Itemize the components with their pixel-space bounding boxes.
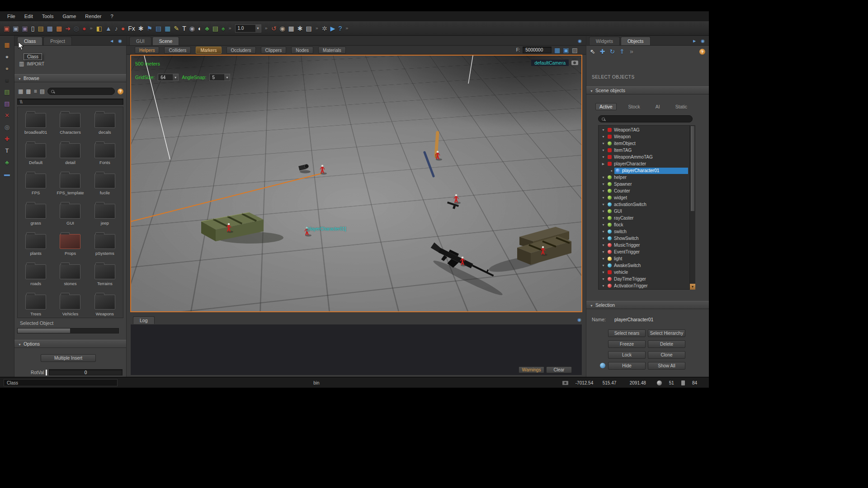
tree-item[interactable]: ▼ switch: [599, 228, 695, 235]
folder-item[interactable]: grass: [19, 202, 53, 225]
grid-icon[interactable]: ▦: [288, 25, 294, 32]
level-editor-icon[interactable]: ▣: [4, 25, 9, 32]
expander-icon[interactable]: ▼: [600, 183, 606, 186]
chevron-down-icon[interactable]: ▼: [255, 25, 261, 32]
help-icon[interactable]: ?: [338, 25, 342, 32]
tree-item[interactable]: ▼ flock: [599, 221, 695, 228]
warnings-filter-button[interactable]: Warnings: [519, 366, 544, 373]
expander-icon[interactable]: ▼: [600, 237, 606, 240]
list-view-icon[interactable]: ≡: [34, 88, 37, 94]
tree-item[interactable]: ▼ AwakeSwitch: [599, 262, 695, 269]
rotval-input[interactable]: 0: [49, 369, 123, 375]
fx-icon[interactable]: Fx: [128, 25, 135, 32]
terrain-icon[interactable]: ▲: [105, 25, 112, 32]
filter-tab[interactable]: AI: [652, 103, 664, 110]
image-icon[interactable]: ▦: [165, 25, 170, 32]
capture-folder-icon[interactable]: ▣: [563, 47, 569, 53]
expander-icon[interactable]: ▼: [600, 142, 606, 145]
chevron-down-icon[interactable]: ▼: [172, 74, 178, 80]
tree-item[interactable]: ▼ EventTrigger: [599, 249, 695, 255]
objects-search-input[interactable]: [598, 115, 693, 122]
script-icon[interactable]: ✎: [174, 25, 179, 32]
plant-icon[interactable]: ♠: [222, 25, 225, 32]
menu-item[interactable]: Edit: [20, 11, 38, 21]
dock-pin-icon[interactable]: ◉: [577, 317, 586, 324]
tree-item[interactable]: ▼ vehicle: [599, 269, 695, 276]
overflow-chevron[interactable]: »: [228, 26, 231, 31]
undo-icon[interactable]: ↺: [271, 25, 277, 32]
tab-log[interactable]: Log: [133, 316, 155, 324]
save-all-icon[interactable]: ▩: [56, 25, 62, 32]
bonsai-icon[interactable]: ♣: [205, 25, 209, 32]
tree-item[interactable]: ▼ MusicTrigger: [599, 242, 695, 249]
tree-item[interactable]: ▼ activationSwitch: [599, 201, 695, 208]
health-tool-icon[interactable]: ✚: [5, 136, 9, 142]
menu-item[interactable]: Render: [80, 11, 106, 21]
tree-item[interactable]: ▼ helper: [599, 174, 695, 181]
selection-action-button[interactable]: Select nears: [608, 329, 646, 337]
details-view-icon[interactable]: ▤: [40, 88, 45, 94]
options-section-header[interactable]: ▼Options: [14, 340, 126, 348]
new-file-icon[interactable]: ▯: [31, 25, 35, 32]
folder-item[interactable]: FPS_template: [53, 171, 87, 195]
tree-item[interactable]: ● playerCharacter01: [599, 167, 695, 174]
small-icons-view-icon[interactable]: ▩: [26, 88, 31, 94]
browse-help-icon[interactable]: ?: [118, 89, 123, 94]
open-file-icon[interactable]: ▤: [38, 25, 43, 32]
expander-icon[interactable]: ▼: [600, 128, 606, 131]
scrollbar-thumb[interactable]: [690, 126, 695, 211]
overflow-chevron[interactable]: »: [345, 26, 348, 31]
folder-item[interactable]: jeep: [88, 202, 122, 225]
folder-item[interactable]: roads: [19, 262, 53, 286]
folder-item[interactable]: Terrains: [88, 262, 122, 286]
move-tool-icon[interactable]: ✚: [600, 48, 605, 55]
folder-item[interactable]: broadleaf01: [19, 111, 53, 135]
folder-item[interactable]: Trees: [19, 292, 53, 316]
tree-item[interactable]: ▼ rayCaster: [599, 215, 695, 221]
path-bar[interactable]: \\: [17, 99, 123, 105]
foliage-tool-icon[interactable]: ▤: [4, 89, 9, 95]
import-button[interactable]: ▥ IMPORT: [19, 61, 44, 67]
clear-log-button[interactable]: Clear: [546, 366, 572, 373]
far-clip-input[interactable]: 5000000: [523, 47, 552, 53]
audio-icon[interactable]: ♪: [115, 25, 118, 32]
plant-tool-icon[interactable]: ♣: [5, 160, 9, 165]
contrast-icon[interactable]: ◐: [198, 25, 202, 32]
tab-objects[interactable]: Objects: [621, 37, 651, 45]
menu-item[interactable]: Game: [58, 11, 80, 21]
selection-action-button[interactable]: Delete: [648, 340, 685, 348]
scene-viewport[interactable]: 500 meters GridSize: 64 ▼ AngleSnap: 5 ▼…: [130, 55, 582, 312]
class-search-input[interactable]: [47, 88, 115, 95]
expander-icon[interactable]: ▼: [600, 196, 606, 199]
scroll-down-button[interactable]: ▼: [690, 284, 695, 290]
expander-icon[interactable]: ▼: [600, 277, 606, 281]
select-tool-icon[interactable]: ⇖: [590, 48, 595, 55]
camera-speed-select[interactable]: 1.0 ▼: [235, 24, 261, 33]
mode-button[interactable]: Markers: [196, 47, 221, 54]
camera-tool-icon[interactable]: ◉: [189, 25, 195, 32]
anglesnap-select[interactable]: 5 ▼: [209, 74, 230, 81]
expander-icon[interactable]: ▼: [600, 230, 606, 233]
overflow-chevron[interactable]: »: [316, 26, 318, 31]
overflow-chevron[interactable]: »: [265, 26, 268, 31]
dock-pin-icon[interactable]: ◉: [701, 38, 705, 43]
folder-item[interactable]: GUI: [53, 202, 87, 225]
rotate-tool-icon[interactable]: ↻: [609, 48, 615, 55]
expander-icon[interactable]: ▼: [600, 189, 606, 192]
folder-item[interactable]: Default: [19, 141, 53, 165]
folder-item[interactable]: fucile: [88, 171, 122, 195]
selection-action-button[interactable]: Show All: [648, 362, 685, 370]
expander-icon[interactable]: ▼: [600, 155, 606, 159]
expander-icon[interactable]: ▼: [600, 244, 606, 247]
expander-icon[interactable]: ▼: [600, 216, 606, 220]
expander-icon[interactable]: ▼: [600, 257, 606, 260]
folder-item[interactable]: detail: [53, 141, 87, 165]
expander-icon[interactable]: ●: [609, 169, 614, 172]
tree-item[interactable]: ▼ widget: [599, 194, 695, 201]
selection-action-button[interactable]: Lock: [608, 351, 646, 359]
settings-icon[interactable]: ✱: [297, 25, 303, 32]
cube-tool-icon[interactable]: ■: [5, 77, 9, 83]
filter-tab[interactable]: Static: [672, 103, 691, 110]
tree-item[interactable]: ▼ itemObject: [599, 140, 695, 147]
tree-item[interactable]: ▼ WeaponTAG: [599, 127, 695, 133]
